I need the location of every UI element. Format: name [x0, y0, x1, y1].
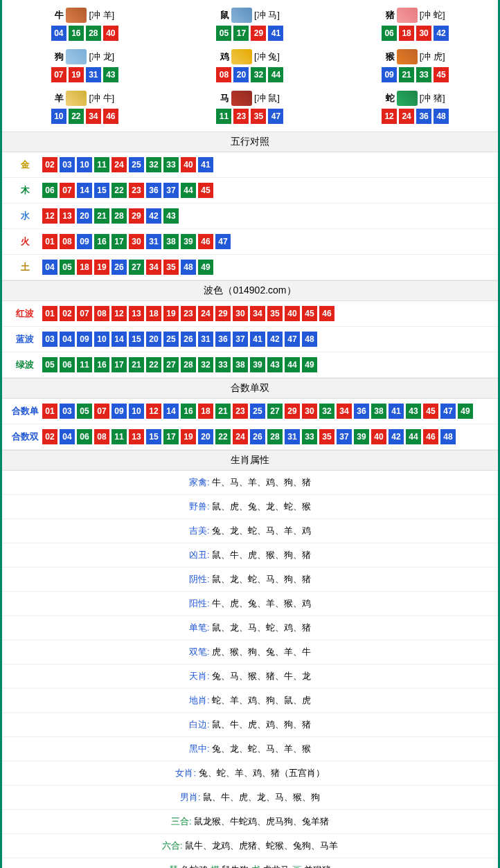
zodiac-icon	[66, 91, 87, 106]
attr-row: 男肖: 鼠、牛、虎、龙、马、猴、狗	[2, 786, 498, 810]
attr-label: 阴性:	[189, 574, 210, 584]
ball: 34	[337, 404, 352, 419]
ball: 10	[129, 404, 144, 419]
ball: 03	[42, 332, 57, 347]
row-label: 合数双	[8, 431, 42, 443]
zodiac-name: 鸡	[220, 51, 229, 63]
ball: 06	[60, 357, 75, 372]
zodiac-balls: 04162840	[2, 26, 168, 41]
ball: 02	[60, 306, 75, 321]
ball: 40	[181, 157, 196, 172]
data-row: 绿波 05061116172122272832333839434449	[2, 352, 498, 378]
ball: 28	[267, 429, 283, 444]
ball: 36	[215, 332, 231, 347]
ball: 17	[163, 429, 179, 444]
attr-label: 家禽:	[189, 477, 210, 487]
zodiac-chong: [冲 兔]	[254, 51, 280, 63]
ball: 24	[198, 306, 213, 321]
ball: 44	[406, 429, 421, 444]
ball: 39	[354, 429, 369, 444]
zodiac-name: 猪	[386, 9, 395, 21]
ball: 30	[129, 234, 144, 249]
ball: 43	[103, 67, 118, 82]
attr-row: 单笔: 鼠、龙、马、蛇、鸡、猪	[2, 616, 498, 640]
ball: 35	[163, 260, 179, 275]
ball: 47	[440, 404, 456, 419]
attr-label: 野兽:	[189, 501, 210, 512]
ball: 45	[198, 183, 213, 198]
ball: 19	[163, 306, 179, 321]
attr-text: 蛇、羊、鸡、狗、鼠、虎	[210, 695, 312, 705]
ball: 07	[94, 404, 109, 419]
ball: 31	[198, 332, 213, 347]
ball: 17	[233, 26, 249, 41]
ball: 45	[302, 306, 317, 321]
zodiac-chong: [冲 蛇]	[420, 9, 445, 21]
ball: 24	[111, 157, 127, 172]
ball: 01	[42, 306, 57, 321]
ball: 23	[233, 109, 249, 124]
ball: 22	[215, 429, 231, 444]
ball: 18	[198, 404, 213, 419]
attr-text: 牛、虎、兔、羊、猴、鸡	[210, 598, 312, 608]
attr-text: 兔、马、猴、猪、牛、龙	[210, 671, 312, 681]
zodiac-chong: [冲 羊]	[89, 9, 114, 21]
attr-label: 女肖:	[175, 768, 196, 778]
zodiac-cell: 鸡 [冲 兔] 08203244	[168, 45, 333, 87]
ball: 18	[399, 26, 414, 41]
ball: 16	[94, 357, 109, 372]
zodiac-chong: [冲 鼠]	[254, 92, 280, 105]
heshu-rows: 合数单 010305070910121416182123252729303234…	[2, 399, 498, 450]
zodiac-icon	[397, 8, 418, 23]
ball: 02	[42, 157, 57, 172]
zodiac-cell: 马 [冲 鼠] 11233547	[168, 87, 333, 128]
ball: 20	[198, 429, 213, 444]
ball: 31	[285, 429, 300, 444]
footer-text: 兔蛇鸡	[181, 865, 211, 868]
ball: 26	[111, 260, 127, 275]
ball: 32	[146, 157, 161, 172]
ball: 03	[60, 404, 75, 419]
attr-label: 双笔:	[189, 647, 210, 657]
ball: 16	[69, 26, 84, 41]
wuxing-rows: 金 02031011242532334041 木 060714152223363…	[2, 152, 498, 280]
ball: 41	[268, 26, 283, 41]
row-balls: 1213202128294243	[42, 208, 179, 224]
zodiac-balls: 11233547	[168, 109, 333, 124]
ball: 29	[129, 208, 144, 224]
ball: 40	[103, 26, 118, 41]
ball: 12	[42, 208, 57, 224]
ball: 09	[111, 404, 127, 419]
ball: 18	[77, 260, 92, 275]
footer-label: 书:	[251, 865, 263, 868]
zodiac-icon	[66, 49, 87, 64]
ball: 33	[215, 357, 231, 372]
footer-label: 琴:	[169, 865, 181, 868]
ball: 11	[111, 429, 127, 444]
attr-text: 兔、龙、蛇、马、羊、猴	[210, 743, 312, 754]
ball: 02	[42, 429, 57, 444]
ball: 38	[233, 357, 248, 372]
footer-label: 画:	[292, 865, 304, 868]
ball: 30	[302, 404, 317, 419]
ball: 47	[215, 234, 231, 249]
ball: 36	[146, 183, 161, 198]
ball: 01	[42, 234, 57, 249]
footer-label: 棋:	[211, 865, 222, 868]
zodiac-name: 猴	[386, 51, 395, 63]
ball: 21	[129, 357, 144, 372]
ball: 34	[250, 306, 265, 321]
row-label: 土	[8, 261, 42, 273]
attr-label: 单笔:	[189, 622, 210, 633]
ball: 06	[77, 429, 92, 444]
attr-label: 男肖:	[180, 792, 201, 802]
ball: 15	[94, 183, 109, 198]
attr-label: 黑中:	[189, 743, 210, 754]
row-label: 蓝波	[8, 333, 42, 345]
data-row: 蓝波 03040910141520252631363741424748	[2, 327, 498, 352]
attr-label: 三合:	[171, 816, 192, 826]
ball: 27	[267, 404, 283, 419]
ball: 35	[251, 109, 266, 124]
attr-row: 阴性: 鼠、龙、蛇、马、狗、猪	[2, 568, 498, 592]
footer-row: 琴:兔蛇鸡 棋:鼠牛狗 书:虎龙马 画:羊猴猪	[2, 858, 498, 868]
